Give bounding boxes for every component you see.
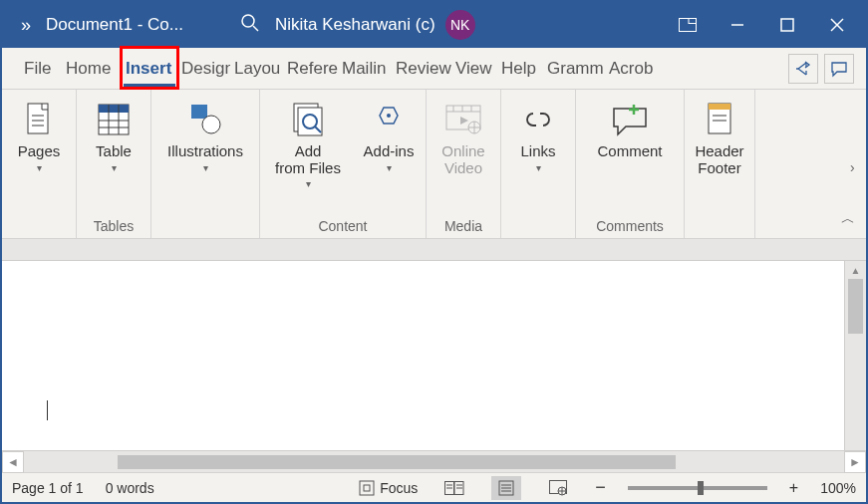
comment-label: Comment xyxy=(597,143,662,160)
minimize-icon[interactable] xyxy=(713,2,762,48)
comment-button[interactable]: Comment xyxy=(582,96,678,160)
horizontal-scroll-thumb[interactable] xyxy=(118,455,676,469)
vertical-scrollbar[interactable]: ▲ xyxy=(844,261,866,450)
illustrations-chevron-down-icon: ▾ xyxy=(203,162,208,173)
svg-rect-37 xyxy=(709,104,730,110)
maximize-icon[interactable] xyxy=(762,2,812,48)
svg-marker-30 xyxy=(460,117,468,125)
horizontal-scrollbar[interactable]: ◄ ► xyxy=(2,450,866,472)
tab-insert[interactable]: Insert xyxy=(122,48,177,90)
group-label: Content xyxy=(318,216,367,236)
svg-point-19 xyxy=(202,116,220,133)
zoom-level[interactable]: 100% xyxy=(820,480,856,496)
online-video-button: OnlineVideo xyxy=(433,96,494,176)
table-label: Table xyxy=(96,143,132,160)
document-area: ▲ xyxy=(2,261,866,450)
ribbon-insert: Pages▾Table▾TablesIllustrations▾Addfrom … xyxy=(2,90,866,239)
illustrations-button[interactable]: Illustrations▾ xyxy=(157,96,253,173)
tab-mailin[interactable]: Mailin xyxy=(338,48,392,90)
collapse-ribbon-icon[interactable]: ︿ xyxy=(834,210,862,234)
svg-rect-3 xyxy=(689,19,697,24)
read-mode-icon[interactable] xyxy=(439,476,469,500)
tab-file[interactable]: File xyxy=(20,48,62,90)
pages-button[interactable]: Pages▾ xyxy=(8,96,70,173)
links-label: Links xyxy=(520,143,555,160)
word-count[interactable]: 0 words xyxy=(106,480,154,496)
ribbon-tabs: FileHomeInsertDesignLayouRefereMailinRev… xyxy=(2,48,866,90)
comment-icon xyxy=(610,100,650,139)
scroll-left-icon[interactable]: ◄ xyxy=(2,451,24,473)
tab-help[interactable]: Help xyxy=(497,48,543,90)
header-footer-button[interactable]: HeaderFooter xyxy=(691,96,748,176)
pages-chevron-down-icon: ▾ xyxy=(37,162,42,173)
links-button[interactable]: Links▾ xyxy=(507,96,569,173)
close-icon[interactable] xyxy=(812,2,862,48)
tab-refere[interactable]: Refere xyxy=(283,48,338,90)
horizontal-ruler xyxy=(2,239,866,261)
pages-label: Pages xyxy=(18,143,61,160)
header-footer-icon xyxy=(700,100,739,139)
svg-rect-40 xyxy=(360,481,374,495)
links-icon xyxy=(518,100,558,139)
tab-view[interactable]: View xyxy=(451,48,497,90)
table-button[interactable]: Table▾ xyxy=(83,96,145,173)
print-layout-icon[interactable] xyxy=(491,476,521,500)
tab-acrob[interactable]: Acrob xyxy=(605,48,658,90)
scroll-up-icon[interactable]: ▲ xyxy=(845,261,866,279)
tab-home[interactable]: Home xyxy=(62,48,122,90)
table-icon xyxy=(94,100,134,139)
focus-mode-button[interactable]: Focus xyxy=(359,480,418,496)
zoom-out-button[interactable]: − xyxy=(595,477,606,498)
avatar: NK xyxy=(445,10,475,40)
ribbon-display-options-icon[interactable] xyxy=(663,2,713,48)
share-button[interactable] xyxy=(788,54,818,84)
svg-rect-5 xyxy=(781,19,793,31)
web-layout-icon[interactable] xyxy=(543,476,573,500)
ribbon-group-comments: CommentComments xyxy=(576,90,685,238)
add-from-files-icon xyxy=(288,100,328,139)
focus-label: Focus xyxy=(380,480,418,496)
ribbon-scroll-right[interactable]: › xyxy=(850,159,864,175)
illustrations-icon xyxy=(185,100,225,139)
svg-rect-2 xyxy=(680,19,697,32)
ribbon-group-unnamed: Links▾ xyxy=(501,90,576,238)
ribbon-group-tables: Table▾Tables xyxy=(77,90,151,238)
svg-rect-18 xyxy=(191,105,207,119)
zoom-in-button[interactable]: + xyxy=(789,479,798,497)
ribbon-group-media: OnlineVideoMedia xyxy=(427,90,501,238)
group-label: Comments xyxy=(596,216,664,236)
tab-layou[interactable]: Layou xyxy=(230,48,283,90)
window-controls xyxy=(663,2,862,48)
vertical-scroll-thumb[interactable] xyxy=(848,279,863,334)
svg-rect-13 xyxy=(99,105,129,113)
scroll-right-icon[interactable]: ► xyxy=(844,451,866,473)
svg-point-24 xyxy=(387,114,391,118)
links-chevron-down-icon: ▾ xyxy=(536,162,541,173)
svg-point-0 xyxy=(242,15,254,27)
illustrations-label: Illustrations xyxy=(167,143,243,160)
svg-rect-41 xyxy=(364,485,370,491)
user-account[interactable]: Nikita Kesharwani (c) NK xyxy=(275,10,663,40)
zoom-slider[interactable] xyxy=(628,486,767,490)
pages-icon xyxy=(19,100,59,139)
document-page[interactable] xyxy=(2,261,844,450)
svg-line-1 xyxy=(253,26,258,31)
add-ins-button[interactable]: Add-ins▾ xyxy=(358,96,420,173)
text-cursor xyxy=(47,400,48,420)
add-from-files-button[interactable]: Addfrom Files▾ xyxy=(266,96,350,189)
tab-design[interactable]: Design xyxy=(177,48,230,90)
page-count[interactable]: Page 1 of 1 xyxy=(12,480,84,496)
tab-review[interactable]: Review xyxy=(392,48,451,90)
ribbon-group-unnamed: Pages▾ xyxy=(2,90,77,238)
search-icon[interactable] xyxy=(225,13,275,38)
add-ins-label: Add-ins xyxy=(364,143,415,160)
add-from-files-chevron-down-icon: ▾ xyxy=(306,178,311,189)
title-bar: » Document1 - Co... Nikita Kesharwani (c… xyxy=(2,2,866,48)
ribbon-overflow-chevron[interactable]: » xyxy=(6,15,46,36)
tab-gramm[interactable]: Gramm xyxy=(543,48,605,90)
ribbon-group-content: Addfrom Files▾Add-ins▾Content xyxy=(260,90,427,238)
group-label: Media xyxy=(444,216,482,236)
comments-pane-button[interactable] xyxy=(824,54,854,84)
zoom-slider-thumb[interactable] xyxy=(698,481,704,495)
svg-rect-8 xyxy=(28,104,48,133)
